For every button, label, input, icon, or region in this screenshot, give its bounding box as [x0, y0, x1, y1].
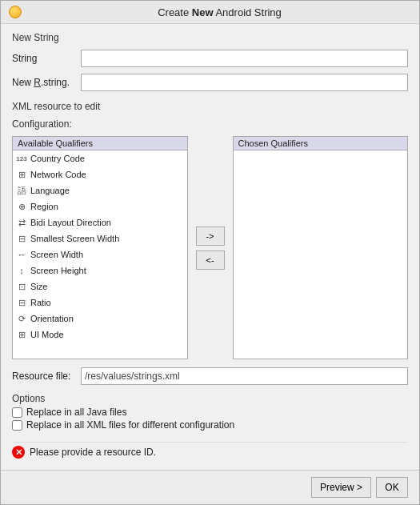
preview-button[interactable]: Preview >: [311, 477, 371, 498]
chosen-qualifiers-header: Chosen Qualifiers: [233, 136, 409, 150]
qualifier-item-icon: ⊕: [16, 201, 27, 212]
replace-xml-checkbox[interactable]: [12, 420, 22, 431]
qualifier-item-label: Country Code: [30, 154, 85, 163]
qualifier-item-icon: 語: [16, 185, 27, 196]
options-section: Options Replace in all Java files Replac…: [12, 393, 408, 432]
available-qualifiers-panel: Available Qualifiers 123Country Code⊞Net…: [12, 136, 188, 359]
string-row: String: [12, 50, 408, 67]
qualifier-item-label: Screen Height: [30, 266, 86, 275]
qualifier-item-label: Network Code: [30, 170, 86, 179]
error-row: ✕ Please provide a resource ID.: [12, 442, 408, 462]
list-item[interactable]: 語Language: [13, 182, 187, 198]
qualifier-item-label: Ratio: [30, 298, 51, 307]
new-string-section-label: New String: [12, 32, 408, 43]
options-title: Options: [12, 393, 408, 404]
qualifier-item-icon: ↔: [16, 249, 27, 260]
error-icon: ✕: [12, 446, 25, 459]
xml-section-label: XML resource to edit: [12, 101, 408, 112]
replace-java-checkbox-row: Replace in all Java files: [12, 407, 408, 418]
resource-file-label: Resource file:: [12, 371, 76, 382]
android-icon: [9, 6, 22, 18]
configuration-label: Configuration:: [12, 118, 408, 130]
list-item[interactable]: ⊟Ratio: [13, 295, 187, 311]
dialog-content: New String String New R.string. XML reso…: [1, 24, 419, 470]
title-prefix: Create: [158, 6, 192, 18]
list-item[interactable]: ⇄Bidi Layout Direction: [13, 214, 187, 230]
replace-xml-checkbox-row: Replace in all XML files for different c…: [12, 419, 408, 431]
qualifier-item-icon: ⊟: [16, 297, 27, 308]
chosen-qualifiers-panel: Chosen Qualifiers: [233, 136, 409, 359]
qualifier-item-label: Bidi Layout Direction: [30, 218, 111, 227]
list-item[interactable]: ↕Screen Height: [13, 263, 187, 279]
resource-file-row: Resource file:: [12, 367, 408, 385]
list-item[interactable]: ↔Screen Width: [13, 246, 187, 263]
ok-button[interactable]: OK: [376, 477, 408, 498]
qualifier-item-label: Screen Width: [30, 250, 83, 259]
dialog-title: Create New Android String: [28, 6, 411, 18]
qualifier-item-icon: ⊟: [16, 233, 27, 244]
replace-java-label: Replace in all Java files: [26, 407, 126, 418]
qualifier-item-label: Language: [30, 186, 70, 195]
qualifier-item-icon: ⊡: [16, 281, 27, 292]
list-item[interactable]: ⟳Orientation: [13, 311, 187, 327]
resource-file-input[interactable]: [81, 367, 408, 385]
qualifier-item-label: Orientation: [30, 314, 74, 323]
list-item[interactable]: ⊞UI Mode: [13, 327, 187, 343]
move-left-button[interactable]: <-: [196, 250, 225, 270]
qualifier-item-icon: ⇄: [16, 217, 27, 228]
dialog-footer: Preview > OK: [1, 470, 419, 504]
error-message: Please provide a resource ID.: [30, 447, 156, 458]
arrow-buttons-column: -> <-: [193, 136, 228, 359]
create-new-android-string-dialog: Create New Android String New String Str…: [0, 0, 420, 505]
replace-java-checkbox[interactable]: [12, 407, 22, 418]
new-r-string-row: New R.string.: [12, 74, 408, 91]
qualifier-item-icon: ↕: [16, 265, 27, 276]
list-item[interactable]: ⊕Region: [13, 198, 187, 214]
replace-xml-label: Replace in all XML files for different c…: [26, 419, 234, 431]
list-item[interactable]: ⊞Network Code: [13, 166, 187, 182]
title-suffix: Android String: [214, 6, 282, 18]
qualifier-item-label: UI Mode: [30, 330, 64, 339]
available-qualifiers-header: Available Qualifiers: [12, 136, 188, 150]
new-r-string-input[interactable]: [81, 74, 408, 91]
qualifier-item-icon: 123: [16, 153, 27, 164]
move-right-button[interactable]: ->: [196, 226, 225, 246]
string-label: String: [12, 53, 76, 64]
qualifier-item-icon: ⊞: [16, 169, 27, 180]
qualifier-item-icon: ⟳: [16, 313, 27, 324]
title-bar: Create New Android String: [1, 1, 419, 24]
list-item[interactable]: ⊟Smallest Screen Width: [13, 230, 187, 246]
qualifier-item-label: Size: [30, 282, 47, 291]
qualifiers-section: Available Qualifiers 123Country Code⊞Net…: [12, 136, 408, 359]
title-highlight: New: [192, 6, 214, 18]
chosen-qualifiers-list[interactable]: [233, 150, 409, 359]
new-r-string-label: New R.string.: [12, 77, 76, 88]
available-qualifiers-list[interactable]: 123Country Code⊞Network Code語Language⊕Re…: [12, 150, 188, 359]
qualifier-item-label: Region: [30, 202, 58, 211]
string-input[interactable]: [81, 50, 408, 67]
qualifier-item-icon: ⊞: [16, 329, 27, 340]
list-item[interactable]: ⊡Size: [13, 279, 187, 295]
list-item[interactable]: 123Country Code: [13, 150, 187, 166]
qualifier-item-label: Smallest Screen Width: [30, 234, 119, 243]
